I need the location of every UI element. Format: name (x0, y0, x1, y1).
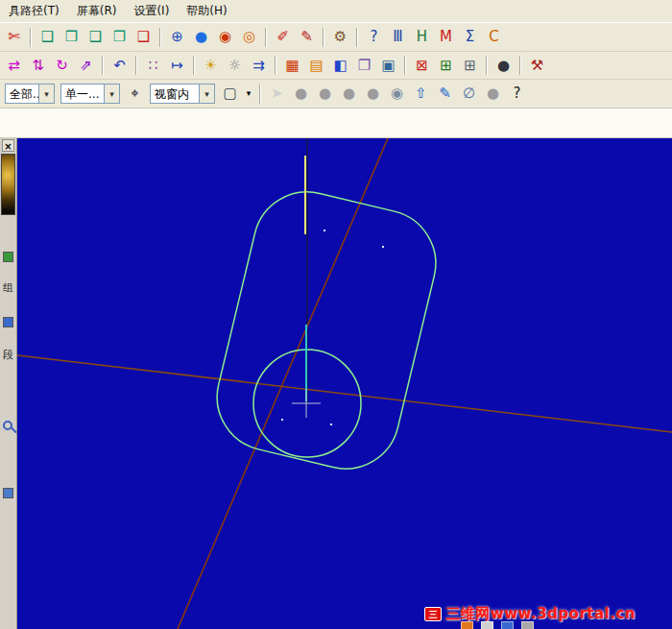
solid-block-button[interactable]: ❑ (36, 26, 60, 49)
pencil-draw-button[interactable]: ✐ (271, 26, 295, 49)
list-orange-icon: ▤ (309, 59, 323, 73)
result-sphere-2-icon: ● (319, 86, 331, 101)
levels-button[interactable]: ⇉ (247, 54, 271, 77)
toolbar-separator (259, 85, 261, 104)
target-sphere-icon: ◉ (391, 86, 403, 101)
clear-selection-button[interactable]: ∅ (457, 83, 481, 106)
spotlight-button[interactable]: ☼ (223, 54, 247, 77)
copy-view-button[interactable]: ❐ (352, 54, 376, 77)
solid-extrude-button[interactable]: ❒ (60, 26, 84, 49)
menu-toolpaths[interactable]: 具路径(T) (0, 0, 68, 23)
undelete-button[interactable]: ⊞ (434, 54, 458, 77)
screen-grid-button[interactable]: ⊞ (458, 54, 482, 77)
result-sphere-3-button[interactable]: ● (337, 83, 361, 106)
single-entity-combo[interactable]: 单一...▾ (60, 84, 120, 104)
list-orange-button[interactable]: ▤ (304, 54, 328, 77)
delete-button[interactable]: ⊠ (410, 54, 434, 77)
result-sphere-1-button[interactable]: ● (289, 83, 313, 106)
point-grid-button[interactable]: ∷ (141, 54, 165, 77)
lightbulb-icon: ☀ (204, 59, 217, 73)
analyze-chain-button[interactable]: Ⅽ (482, 26, 506, 49)
construction-line-horizontal[interactable] (17, 355, 672, 432)
xform-offset-button[interactable]: ⇅ (26, 54, 50, 77)
solid-boolean-icon: ❑ (137, 30, 150, 44)
analyze-area-button[interactable]: M (434, 26, 458, 49)
lightbulb-button[interactable]: ☀ (199, 54, 223, 77)
screw-button[interactable]: ⚙ (328, 26, 352, 49)
xform-rotate-icon: ↻ (56, 59, 68, 73)
xform-translate-button[interactable]: ⇗ (74, 54, 98, 77)
grid-red-button[interactable]: ▦ (280, 54, 304, 77)
window-export-button[interactable]: ↦ (165, 54, 189, 77)
entity-box-icon[interactable] (3, 488, 13, 498)
preview-thumbnail (1, 154, 15, 215)
point-entity-3[interactable] (281, 419, 283, 421)
select-pointer-button[interactable]: ➤ (265, 83, 289, 106)
analyze-query-icon: ? (371, 30, 378, 44)
menu-help[interactable]: 帮助(H) (178, 0, 235, 23)
solid-sweep-icon: ❒ (113, 30, 126, 44)
window-inside-dropdown-arrow-icon[interactable]: ▾ (199, 85, 214, 103)
target-sphere-button[interactable]: ◉ (385, 83, 409, 106)
analyze-position-icon: Ⅲ (393, 30, 402, 44)
clipped-icon-4 (521, 621, 534, 629)
result-sphere-4-button[interactable]: ● (361, 83, 385, 106)
level-icon[interactable] (3, 317, 13, 327)
undo-button[interactable]: ↶ (108, 54, 132, 77)
window-select-button[interactable]: ▢ (218, 83, 242, 106)
point-entity-1[interactable] (324, 230, 325, 231)
toolbar-separator (356, 28, 358, 47)
point-grid-icon: ∷ (149, 59, 158, 73)
xform-rotate-button[interactable]: ↻ (50, 54, 74, 77)
xform-mirror-button[interactable]: ⇄ (2, 54, 26, 77)
single-entity-dropdown-arrow-icon[interactable]: ▾ (104, 85, 119, 103)
solid-sweep-button[interactable]: ❒ (108, 26, 132, 49)
slot-contour-entity[interactable] (206, 181, 447, 479)
graphics-canvas[interactable] (17, 138, 672, 629)
pencil-edit-button[interactable]: ✎ (295, 26, 319, 49)
chain-up-button[interactable]: ⇧ (409, 83, 433, 106)
wireframe-globe-button[interactable]: ⊕ (165, 26, 189, 49)
dark-sphere-button[interactable]: ● (492, 54, 516, 77)
window-inside-value: 视窗内 (151, 85, 199, 103)
analyze-contour-button[interactable]: H (410, 26, 434, 49)
verify-pencil-button[interactable]: ✎ (433, 83, 457, 106)
zoom-icon[interactable] (3, 421, 12, 430)
graphics-viewport[interactable]: 三 三维网www.3dportal.cn (17, 138, 672, 629)
analyze-query-button[interactable]: ? (362, 26, 386, 49)
trim-break-button[interactable]: ✄ (2, 26, 26, 49)
point-entity-2[interactable] (382, 246, 384, 248)
cursor-pick-button[interactable]: ⌖ (123, 83, 147, 106)
main-area: × 组段 三 三维网www.3dportal.cn (0, 138, 672, 629)
menu-settings[interactable]: 设置(I) (125, 0, 178, 23)
result-sphere-5-icon: ● (487, 86, 499, 101)
group-icon[interactable] (3, 252, 13, 262)
pencil-edit-icon: ✎ (300, 30, 313, 44)
post-tool-button[interactable]: ⚒ (525, 54, 549, 77)
construction-line-diagonal[interactable] (178, 138, 388, 629)
toolbar-separator (102, 56, 104, 75)
all-entities-combo[interactable]: 全部...▾ (5, 84, 55, 104)
menu-screen[interactable]: 屏幕(R) (68, 0, 126, 23)
cylinder-orange-button[interactable]: ◎ (237, 26, 261, 49)
solid-revolve-button[interactable]: ❑ (84, 26, 108, 49)
panel-close-button[interactable]: × (2, 139, 14, 152)
cylinder-red-button[interactable]: ◉ (213, 26, 237, 49)
analyze-contour-icon: H (417, 30, 427, 44)
viewport-grid-button[interactable]: ▣ (376, 54, 400, 77)
result-sphere-2-button[interactable]: ● (313, 83, 337, 106)
result-sphere-3-icon: ● (343, 86, 355, 101)
result-sphere-5-button[interactable]: ● (481, 83, 505, 106)
all-entities-dropdown-arrow-icon[interactable]: ▾ (38, 85, 54, 103)
analyze-position-button[interactable]: Ⅲ (386, 26, 410, 49)
screw-icon: ⚙ (334, 30, 347, 44)
window-select-more-button[interactable]: ▾ (242, 83, 255, 106)
analyze-sum-button[interactable]: Σ (458, 26, 482, 49)
point-entity-4[interactable] (330, 423, 332, 425)
help-button[interactable]: ? (505, 83, 529, 106)
pencil-draw-icon: ✐ (276, 30, 289, 44)
page-blue-button[interactable]: ◧ (328, 54, 352, 77)
shaded-sphere-button[interactable]: ● (189, 26, 213, 49)
solid-boolean-button[interactable]: ❑ (132, 26, 156, 49)
window-inside-combo[interactable]: 视窗内▾ (150, 84, 215, 104)
